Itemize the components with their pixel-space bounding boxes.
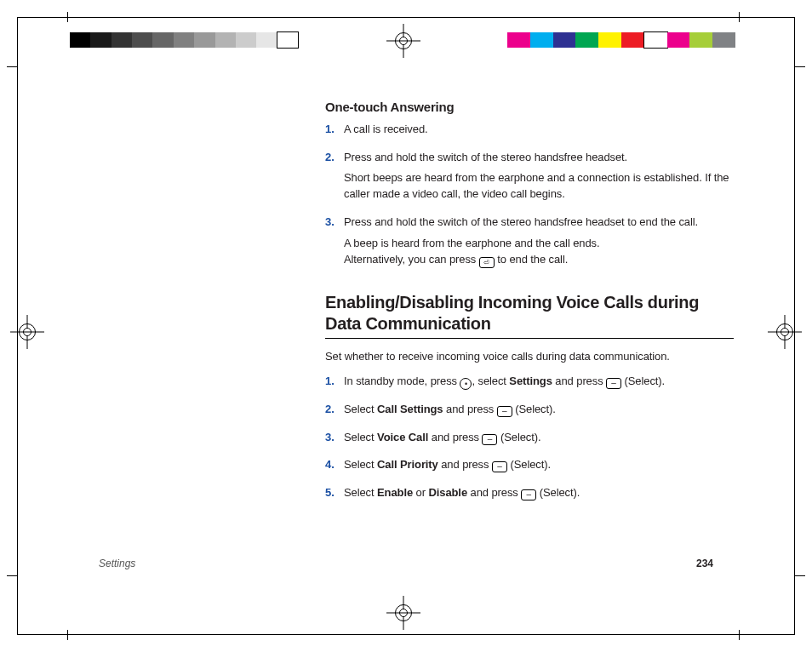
step-number: 1.	[325, 122, 344, 143]
step-text: Select Enable or Disable and press (Sele…	[344, 485, 734, 501]
step-number: 4.	[325, 457, 344, 478]
step-number: 1.	[325, 374, 344, 395]
step-item: 3. Press and hold the switch of the ster…	[325, 214, 734, 273]
crop-tick	[7, 575, 17, 576]
heading-enable-disable: Enabling/Disabling Incoming Voice Calls …	[325, 292, 734, 335]
crop-tick	[795, 575, 805, 576]
steps-list-2: 1. In standby mode, press , select Setti…	[325, 374, 734, 506]
registration-mark-left	[10, 315, 44, 349]
crop-tick	[7, 66, 17, 67]
grayscale-colorbar	[70, 32, 298, 48]
step-number: 5.	[325, 485, 344, 506]
step-number: 3.	[325, 214, 344, 273]
intro-text: Set whether to receive incoming voice ca…	[325, 349, 734, 365]
step-item: 3. Select Voice Call and press (Select).	[325, 430, 734, 451]
registration-mark-bottom	[386, 596, 420, 630]
step-number: 3.	[325, 430, 344, 451]
step-item: 5. Select Enable or Disable and press (S…	[325, 485, 734, 506]
center-key-icon	[460, 378, 472, 390]
soft-key-icon	[521, 489, 536, 500]
step-text: A beep is heard from the earphone and th…	[344, 236, 734, 268]
heading-rule	[325, 338, 734, 339]
page-footer: Settings 234	[99, 558, 713, 569]
step-text: Select Call Priority and press (Select).	[344, 457, 734, 473]
step-text: Short beeps are heard from the earphone …	[344, 170, 734, 203]
steps-list-1: 1. A call is received. 2. Press and hold…	[325, 122, 734, 273]
crop-tick	[67, 630, 68, 640]
crop-tick	[739, 630, 740, 640]
step-number: 2.	[325, 150, 344, 209]
crop-tick	[795, 66, 805, 67]
page-body: One-touch Answering 1. A call is receive…	[325, 98, 734, 513]
crop-tick	[739, 12, 740, 22]
soft-key-icon	[482, 434, 497, 445]
step-text: Press and hold the switch of the stereo …	[344, 150, 734, 166]
step-item: 2. Select Call Settings and press (Selec…	[325, 402, 734, 423]
step-item: 1. A call is received.	[325, 122, 734, 143]
registration-mark-top	[386, 24, 420, 58]
soft-key-icon	[492, 461, 507, 472]
soft-key-icon	[497, 406, 512, 417]
footer-page-number: 234	[696, 558, 713, 569]
step-item: 1. In standby mode, press , select Setti…	[325, 374, 734, 395]
step-number: 2.	[325, 402, 344, 423]
step-item: 4. Select Call Priority and press (Selec…	[325, 457, 734, 478]
subheading-one-touch: One-touch Answering	[325, 98, 734, 117]
color-colorbar	[507, 32, 735, 48]
step-text: Select Call Settings and press (Select).	[344, 402, 734, 418]
soft-key-icon	[606, 378, 621, 389]
crop-tick	[67, 12, 68, 22]
step-text: A call is received.	[344, 122, 734, 138]
step-item: 2. Press and hold the switch of the ster…	[325, 150, 734, 209]
footer-section-name: Settings	[99, 558, 135, 569]
step-text: Press and hold the switch of the stereo …	[344, 214, 734, 231]
step-text: In standby mode, press , select Settings…	[344, 374, 734, 390]
registration-mark-right	[768, 315, 802, 349]
end-call-key-icon	[479, 257, 495, 268]
step-text: Select Voice Call and press (Select).	[344, 430, 734, 446]
